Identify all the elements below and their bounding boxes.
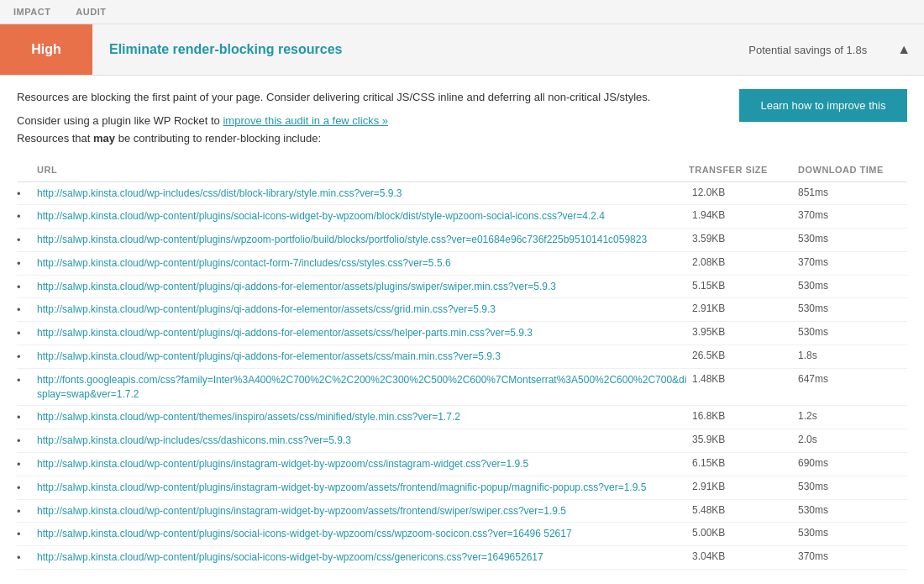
row-bullet: • — [17, 457, 37, 471]
row-transfer: 16.8KB — [689, 410, 798, 422]
row-transfer: 35.9KB — [689, 434, 798, 445]
row-download: 1.8s — [798, 350, 907, 361]
row-url[interactable]: http://salwp.kinsta.cloud/wp-content/plu… — [37, 209, 689, 224]
high-badge: High — [0, 24, 92, 75]
row-transfer: 5.00KB — [689, 527, 798, 539]
row-url[interactable]: http://salwp.kinsta.cloud/wp-content/the… — [37, 410, 689, 424]
row-transfer: 6.15KB — [689, 457, 798, 469]
row-url[interactable]: http://salwp.kinsta.cloud/wp-content/plu… — [37, 457, 689, 471]
resources-text: Resources that — [17, 132, 93, 145]
row-transfer: 1.94KB — [689, 209, 798, 221]
plugin-link[interactable]: improve this audit in a few clicks » — [223, 114, 388, 127]
row-transfer: 2.91KB — [689, 481, 798, 492]
plugin-line: Consider using a plugin like WP Rocket t… — [17, 114, 726, 127]
learn-button[interactable]: Learn how to improve this — [739, 89, 907, 122]
row-url[interactable]: http://salwp.kinsta.cloud/wp-includes/cs… — [37, 434, 689, 448]
row-url[interactable]: http://salwp.kinsta.cloud/wp-content/plu… — [37, 303, 689, 317]
row-bullet: • — [17, 410, 37, 424]
row-transfer: 26.5KB — [689, 350, 798, 361]
row-url[interactable]: http://salwp.kinsta.cloud/wp-content/plu… — [37, 504, 689, 518]
tab-impact[interactable]: IMPACT — [13, 7, 50, 24]
row-bullet: • — [17, 326, 37, 339]
row-download: 1.2s — [798, 410, 907, 422]
row-transfer: 3.04KB — [689, 550, 798, 562]
row-url[interactable]: http://fonts.googleapis.com/css?family=I… — [37, 373, 689, 402]
table-row: • http://salwp.kinsta.cloud/wp-content/p… — [17, 252, 907, 276]
row-bullet: • — [17, 504, 37, 518]
row-download: 530ms — [798, 280, 907, 292]
row-url[interactable]: http://salwp.kinsta.cloud/wp-content/plu… — [37, 550, 689, 565]
row-transfer: 12.0KB — [689, 187, 798, 198]
row-bullet: • — [17, 303, 37, 316]
row-bullet: • — [17, 233, 37, 246]
collapse-button[interactable]: ▲ — [884, 34, 924, 66]
row-download: 530ms — [798, 481, 907, 492]
row-bullet: • — [17, 434, 37, 447]
table-row: • http://salwp.kinsta.cloud/wp-content/t… — [17, 406, 907, 429]
row-bullet: • — [17, 187, 37, 200]
table-rows: • http://salwp.kinsta.cloud/wp-includes/… — [17, 182, 907, 571]
row-bullet: • — [17, 481, 37, 494]
table-row: • http://salwp.kinsta.cloud/wp-content/p… — [17, 453, 907, 476]
table-row: • http://fonts.googleapis.com/css?family… — [17, 369, 907, 407]
row-transfer: 3.95KB — [689, 326, 798, 338]
table-row: • http://salwp.kinsta.cloud/wp-includes/… — [17, 429, 907, 453]
audit-title: Eliminate render-blocking resources — [92, 42, 732, 57]
resources-line: Resources that may be contributing to re… — [17, 132, 726, 145]
header-tabs: IMPACT AUDIT — [0, 0, 924, 24]
row-download: 530ms — [798, 233, 907, 245]
row-url[interactable]: http://salwp.kinsta.cloud/wp-content/plu… — [37, 233, 689, 247]
row-transfer: 5.15KB — [689, 280, 798, 292]
row-bullet: • — [17, 350, 37, 363]
plugin-prefix: Consider using a plugin like WP Rocket t… — [17, 114, 223, 127]
table-row: • http://salwp.kinsta.cloud/wp-includes/… — [17, 182, 907, 206]
row-transfer: 2.08KB — [689, 256, 798, 268]
table-row: • http://salwp.kinsta.cloud/wp-content/p… — [17, 546, 907, 570]
row-url[interactable]: http://salwp.kinsta.cloud/wp-content/plu… — [37, 481, 689, 495]
row-bullet: • — [17, 280, 37, 293]
col-download-header: DOWNLOAD TIME — [798, 165, 907, 175]
row-url[interactable]: http://salwp.kinsta.cloud/wp-content/plu… — [37, 256, 689, 271]
row-download: 530ms — [798, 527, 907, 539]
row-url[interactable]: http://salwp.kinsta.cloud/wp-content/plu… — [37, 280, 689, 294]
tab-audit[interactable]: AUDIT — [76, 7, 106, 24]
row-download: 851ms — [798, 187, 907, 198]
row-bullet: • — [17, 209, 37, 223]
audit-header: High Eliminate render-blocking resources… — [0, 24, 924, 76]
table-row: • http://salwp.kinsta.cloud/wp-content/p… — [17, 229, 907, 252]
table-section: URL TRANSFER SIZE DOWNLOAD TIME • http:/… — [0, 158, 924, 585]
row-url[interactable]: http://salwp.kinsta.cloud/wp-includes/cs… — [37, 187, 689, 201]
resources-suffix: be contributing to render-blocking inclu… — [115, 132, 321, 145]
description-block: Resources are blocking the first paint o… — [17, 89, 726, 145]
row-transfer: 1.48KB — [689, 373, 798, 385]
col-transfer-header: TRANSFER SIZE — [689, 165, 798, 175]
row-url[interactable]: http://salwp.kinsta.cloud/wp-content/plu… — [37, 350, 689, 364]
table-row: • http://salwp.kinsta.cloud/wp-content/p… — [17, 205, 907, 229]
table-row: • http://salwp.kinsta.cloud/wp-content/p… — [17, 500, 907, 523]
description-text: Resources are blocking the first paint o… — [17, 89, 726, 106]
table-row: • http://salwp.kinsta.cloud/wp-content/p… — [17, 345, 907, 369]
row-transfer: 3.59KB — [689, 233, 798, 245]
row-download: 690ms — [798, 457, 907, 469]
row-download: 370ms — [798, 256, 907, 268]
table-row: • http://salwp.kinsta.cloud/wp-content/p… — [17, 276, 907, 299]
resources-bold: may — [93, 132, 115, 145]
table-row: • http://salwp.kinsta.cloud/wp-content/p… — [17, 523, 907, 546]
table-row: • http://salwp.kinsta.cloud/wp-content/p… — [17, 298, 907, 322]
row-bullet: • — [17, 527, 37, 540]
row-transfer: 2.91KB — [689, 303, 798, 314]
row-download: 370ms — [798, 209, 907, 221]
row-url[interactable]: http://salwp.kinsta.cloud/wp-content/plu… — [37, 326, 689, 340]
row-url[interactable]: http://salwp.kinsta.cloud/wp-content/plu… — [37, 527, 689, 541]
row-download: 370ms — [798, 550, 907, 562]
row-download: 530ms — [798, 504, 907, 516]
row-download: 530ms — [798, 303, 907, 314]
potential-savings: Potential savings of 1.8s — [732, 44, 884, 56]
row-transfer: 5.48KB — [689, 504, 798, 516]
row-download: 530ms — [798, 326, 907, 338]
row-download: 2.0s — [798, 434, 907, 445]
table-row: • http://salwp.kinsta.cloud/wp-content/p… — [17, 476, 907, 500]
table-header-row: URL TRANSFER SIZE DOWNLOAD TIME — [17, 158, 907, 182]
table-row: • http://salwp.kinsta.cloud/wp-content/p… — [17, 322, 907, 345]
content-area: Resources are blocking the first paint o… — [0, 76, 924, 158]
